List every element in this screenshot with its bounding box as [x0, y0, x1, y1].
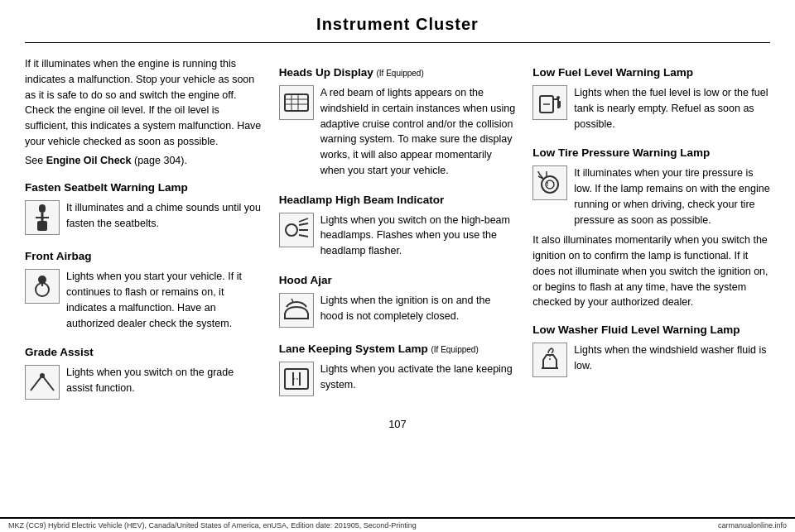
grade-assist-heading: Grade Assist [25, 346, 263, 358]
svg-line-17 [299, 218, 308, 222]
low-washer-text: Lights when the windshield washer fluid … [574, 343, 770, 374]
headlamp-high-beam-heading: Headlamp High Beam Indicator [279, 194, 517, 206]
hood-ajar-icon [279, 293, 314, 328]
low-fuel-heading: Low Fuel Level Warning Lamp [532, 66, 770, 79]
see-page: (page 304). [132, 155, 187, 166]
svg-point-26 [542, 176, 558, 193]
svg-rect-3 [37, 221, 47, 231]
left-column: If it illuminates when the engine is run… [25, 56, 263, 405]
grade-assist-text: Lights when you switch on the grade assi… [66, 365, 263, 396]
hood-ajar-text: Lights when the ignition is on and the h… [320, 293, 517, 324]
grade-assist-section: Lights when you switch on the grade assi… [25, 365, 263, 400]
grade-assist-icon [25, 365, 60, 400]
see-reference: See Engine Oil Check (page 304). [25, 153, 263, 169]
heads-up-display-text: A red beam of lights appears on the wind… [320, 85, 517, 179]
headlamp-high-beam-section: Lights when you switch on the high-beam … [279, 213, 517, 259]
intro-text: If it illuminates when the engine is run… [25, 56, 263, 150]
engine-oil-check-link[interactable]: Engine Oil Check [46, 155, 132, 166]
low-fuel-section: Lights when the fuel level is low or the… [532, 85, 770, 132]
hood-ajar-section: Lights when the ignition is on and the h… [279, 293, 517, 328]
headlamp-high-beam-icon [279, 213, 314, 247]
lane-keeping-heading: Lane Keeping System Lamp (If Equipped) [279, 343, 517, 355]
footer-left: MKZ (CC9) Hybrid Electric Vehicle (HEV),… [8, 521, 417, 530]
svg-text:!: ! [547, 180, 549, 188]
lane-keeping-icon [279, 362, 314, 396]
low-washer-section: Lights when the windshield washer fluid … [532, 343, 770, 377]
fasten-seatbelt-text: It illuminates and a chime sounds until … [66, 200, 263, 232]
svg-point-13 [286, 224, 297, 236]
svg-rect-8 [285, 94, 308, 111]
fasten-seatbelt-icon [25, 200, 60, 235]
low-tire-pressure-heading: Low Tire Pressure Warning Lamp [532, 146, 770, 159]
svg-point-25 [556, 96, 560, 99]
fasten-seatbelt-heading: Fasten Seatbelt Warning Lamp [25, 181, 263, 194]
low-fuel-text: Lights when the fuel level is low or the… [574, 85, 770, 132]
low-fuel-icon [532, 85, 567, 120]
low-washer-heading: Low Washer Fluid Level Warning Lamp [532, 324, 770, 336]
right-column: Low Fuel Level Warning Lamp Lights when … [532, 56, 770, 405]
hood-ajar-heading: Hood Ajar [279, 274, 517, 286]
low-tire-pressure-text: It illuminates when your tire pressure i… [574, 165, 770, 228]
footer: MKZ (CC9) Hybrid Electric Vehicle (HEV),… [0, 517, 795, 532]
front-airbag-section: Lights when you start your vehicle. If i… [25, 269, 263, 331]
mid-column: Heads Up Display (If Equipped) A red bea… [279, 56, 517, 405]
low-washer-icon [532, 343, 567, 377]
heads-up-display-section: A red beam of lights appears on the wind… [279, 85, 517, 179]
front-airbag-heading: Front Airbag [25, 250, 263, 262]
headlamp-high-beam-text: Lights when you switch on the high-beam … [320, 213, 517, 259]
svg-line-16 [299, 235, 308, 237]
front-airbag-icon [25, 269, 60, 304]
svg-point-7 [40, 373, 45, 378]
lane-keeping-section: Lights when you activate the lane keepin… [279, 362, 517, 396]
see-label: See [25, 155, 46, 166]
low-tire-pressure-section: ! It illuminates when your tire pressure… [532, 165, 770, 228]
lane-keeping-text: Lights when you activate the lane keepin… [320, 362, 517, 393]
front-airbag-text: Lights when you start your vehicle. If i… [66, 269, 263, 331]
page-number: 107 [0, 413, 795, 434]
svg-line-18 [292, 299, 293, 302]
svg-line-15 [299, 223, 308, 225]
footer-right: carmanualonline.info [718, 521, 787, 530]
svg-rect-0 [39, 204, 46, 213]
heads-up-display-icon [279, 85, 314, 120]
fasten-seatbelt-section: It illuminates and a chime sounds until … [25, 200, 263, 235]
heads-up-display-heading: Heads Up Display (If Equipped) [279, 66, 517, 79]
low-tire-pressure-extra: It also illuminates momentarily when you… [532, 232, 770, 310]
low-tire-pressure-icon: ! [532, 165, 567, 200]
page-title: Instrument Cluster [25, 0, 770, 43]
